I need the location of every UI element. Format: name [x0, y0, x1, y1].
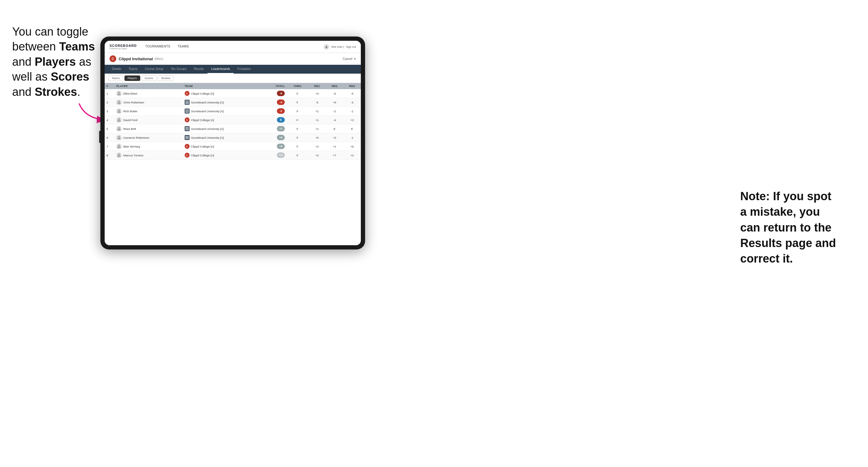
rd2-cell: -6: [326, 89, 343, 98]
toggle-scores-button[interactable]: Scores: [142, 75, 157, 81]
col-rd1: RD1: [308, 83, 326, 89]
total-cell: -4: [262, 98, 287, 107]
svg-point-12: [118, 127, 120, 129]
top-nav: SCOREBOARD Powered by clippd TOURNAMENTS…: [105, 41, 361, 53]
score-badge: +11: [277, 152, 285, 158]
nav-links: TOURNAMENTS TEAMS: [142, 41, 193, 53]
table-row: 4 David Ford CClippd College [A] E F +1 …: [105, 116, 361, 124]
svg-rect-13: [185, 127, 189, 128]
cancel-button[interactable]: Cancel ✕: [343, 57, 356, 61]
svg-point-21: [118, 154, 120, 155]
players-table: # PLAYER TEAM TOTAL THRU RD1 RD2 RD3 1 E…: [105, 83, 361, 160]
table-row: 8 Marcus Turners CClippd College [A] +11…: [105, 151, 361, 160]
tab-details[interactable]: Details: [108, 65, 125, 74]
nav-teams[interactable]: TEAMS: [174, 41, 193, 53]
player-name-cell: Elliot Ebert: [114, 89, 183, 98]
rd2-cell: E: [326, 124, 343, 133]
total-cell: E: [262, 116, 287, 124]
player-name-cell: David Ford: [114, 116, 183, 124]
tablet-screen: SCOREBOARD Powered by clippd TOURNAMENTS…: [105, 41, 361, 245]
rd1-cell: +1: [308, 107, 326, 116]
svg-point-7: [118, 110, 120, 111]
rd3-cell: -1: [343, 107, 361, 116]
toggle-bar: Teams Players Scores Strokes: [105, 74, 361, 83]
svg-rect-19: [185, 138, 189, 139]
tablet-frame: SCOREBOARD Powered by clippd TOURNAMENTS…: [100, 36, 365, 249]
rd1-cell: -5: [308, 98, 326, 107]
rd1-cell: +2: [308, 151, 326, 160]
rd3-cell: -1: [343, 133, 361, 142]
thru-cell: F: [287, 142, 308, 151]
total-cell: +6: [262, 133, 287, 142]
svg-rect-15: [185, 130, 189, 130]
rd2-cell: +7: [326, 151, 343, 160]
score-badge: +6: [277, 135, 285, 140]
tournament-logo: C: [110, 55, 116, 62]
player-avatar: [116, 99, 122, 105]
left-annotation: You can toggle between Teams and Players…: [12, 24, 97, 99]
player-avatar: [116, 117, 122, 123]
thru-cell: F: [287, 124, 308, 133]
rd1-cell: +5: [308, 133, 326, 142]
player-name-cell: Blair McHarg: [114, 142, 183, 151]
score-badge: E: [277, 117, 285, 123]
tab-course-setup[interactable]: Course Setup: [141, 65, 167, 74]
rd3-cell: -5: [343, 89, 361, 98]
tab-leaderboards[interactable]: Leaderboards: [208, 65, 234, 74]
rd3-cell: +3: [343, 116, 361, 124]
team-logo-clippd: C: [185, 118, 190, 122]
nav-tournaments[interactable]: TOURNAMENTS: [142, 41, 174, 53]
svg-point-11: [118, 118, 120, 120]
rd3-cell: +6: [343, 142, 361, 151]
tab-tee-groups[interactable]: Tee Groups: [167, 65, 190, 74]
team-cell: Scoreboard University [A]: [183, 124, 262, 133]
team-cell: CClippd College [A]: [183, 116, 262, 124]
team-logo-scoreboard: [185, 126, 190, 131]
thru-cell: F: [287, 89, 308, 98]
tournament-title: Clippd Invitational: [119, 57, 153, 61]
toggle-teams-button[interactable]: Teams: [108, 75, 123, 81]
team-cell: CClippd College [A]: [183, 89, 262, 98]
rank-cell: 6: [105, 133, 114, 142]
rd1-cell: +1: [308, 116, 326, 124]
sub-nav: Details Teams Course Setup Tee Groups Re…: [105, 65, 361, 74]
team-logo-clippd: C: [185, 91, 190, 96]
total-cell: +1: [262, 124, 287, 133]
score-badge: +8: [277, 144, 285, 149]
svg-rect-4: [185, 101, 189, 101]
rank-cell: 3: [105, 107, 114, 116]
thru-cell: F: [287, 107, 308, 116]
results-bold: Results: [740, 237, 782, 249]
sign-out-link[interactable]: Sign out: [346, 45, 356, 49]
tab-printables[interactable]: Printables: [234, 65, 254, 74]
table-row: 5 Rees Britt Scoreboard University [A] +…: [105, 124, 361, 133]
tab-teams[interactable]: Teams: [125, 65, 141, 74]
player-avatar: [116, 126, 122, 131]
toggle-strokes-button[interactable]: Strokes: [158, 75, 174, 81]
note-label: Note: If you spot a mistake, you can ret…: [740, 190, 836, 265]
team-cell: CClippd College [A]: [183, 142, 262, 151]
rd2-cell: -4: [326, 116, 343, 124]
player-name-cell: Marcus Turners: [114, 151, 183, 160]
leaderboard-table: # PLAYER TEAM TOTAL THRU RD1 RD2 RD3 1 E…: [105, 83, 361, 245]
team-cell: Scoreboard University [A]: [183, 98, 262, 107]
team-cell: CClippd College [A]: [183, 151, 262, 160]
rank-cell: 2: [105, 98, 114, 107]
tournament-gender: (Men): [155, 57, 163, 61]
rank-cell: 7: [105, 142, 114, 151]
rd3-cell: E: [343, 124, 361, 133]
score-badge: -2: [277, 108, 285, 114]
col-rank: #: [105, 83, 114, 89]
table-row: 1 Elliot Ebert CClippd College [A] -8 F …: [105, 89, 361, 98]
toggle-players-button[interactable]: Players: [124, 75, 140, 81]
player-name-cell: Rich Butler: [114, 107, 183, 116]
svg-rect-9: [185, 111, 189, 111]
thru-cell: F: [287, 151, 308, 160]
user-avatar-icon: [324, 44, 329, 50]
col-player: PLAYER: [114, 83, 183, 89]
tab-results[interactable]: Results: [190, 65, 208, 74]
team-logo-clippd: C: [185, 153, 190, 158]
svg-rect-10: [185, 112, 189, 113]
score-badge: -8: [277, 91, 285, 96]
svg-point-1: [326, 45, 327, 47]
